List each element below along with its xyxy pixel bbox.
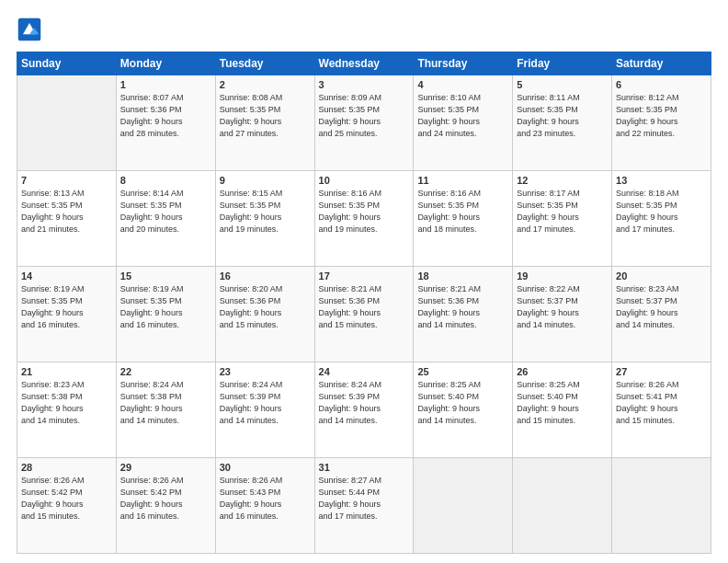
day-number: 20 — [616, 270, 707, 282]
day-info: Sunrise: 8:25 AM Sunset: 5:40 PM Dayligh… — [517, 379, 608, 427]
calendar-cell: 11Sunrise: 8:16 AM Sunset: 5:35 PM Dayli… — [414, 171, 513, 267]
logo-icon — [17, 17, 42, 42]
day-number: 5 — [517, 79, 608, 90]
calendar-cell: 29Sunrise: 8:26 AM Sunset: 5:42 PM Dayli… — [116, 458, 215, 554]
calendar-cell: 12Sunrise: 8:17 AM Sunset: 5:35 PM Dayli… — [513, 171, 612, 267]
calendar-table: SundayMondayTuesdayWednesdayThursdayFrid… — [17, 52, 711, 554]
day-info: Sunrise: 8:27 AM Sunset: 5:44 PM Dayligh… — [319, 475, 410, 523]
day-number: 28 — [21, 462, 112, 473]
day-number: 13 — [616, 175, 707, 186]
calendar-cell: 8Sunrise: 8:14 AM Sunset: 5:35 PM Daylig… — [116, 171, 215, 267]
day-number: 8 — [120, 175, 211, 186]
day-info: Sunrise: 8:25 AM Sunset: 5:40 PM Dayligh… — [417, 379, 508, 427]
day-info: Sunrise: 8:19 AM Sunset: 5:35 PM Dayligh… — [120, 283, 211, 331]
calendar-cell: 10Sunrise: 8:16 AM Sunset: 5:35 PM Dayli… — [314, 171, 414, 267]
calendar-cell: 21Sunrise: 8:23 AM Sunset: 5:38 PM Dayli… — [17, 362, 117, 458]
day-number: 11 — [417, 175, 508, 186]
calendar-week-row: 28Sunrise: 8:26 AM Sunset: 5:42 PM Dayli… — [17, 458, 711, 554]
weekday-row: SundayMondayTuesdayWednesdayThursdayFrid… — [17, 52, 711, 75]
logo — [17, 17, 46, 42]
day-info: Sunrise: 8:17 AM Sunset: 5:35 PM Dayligh… — [517, 188, 608, 236]
day-info: Sunrise: 8:10 AM Sunset: 5:35 PM Dayligh… — [417, 92, 508, 140]
day-info: Sunrise: 8:23 AM Sunset: 5:38 PM Dayligh… — [21, 379, 112, 427]
calendar-cell: 1Sunrise: 8:07 AM Sunset: 5:36 PM Daylig… — [116, 75, 215, 171]
day-info: Sunrise: 8:21 AM Sunset: 5:36 PM Dayligh… — [417, 283, 508, 331]
day-number: 6 — [616, 79, 707, 90]
calendar-cell: 2Sunrise: 8:08 AM Sunset: 5:35 PM Daylig… — [215, 75, 314, 171]
day-info: Sunrise: 8:23 AM Sunset: 5:37 PM Dayligh… — [616, 283, 707, 331]
day-number: 31 — [319, 462, 410, 473]
calendar-cell: 4Sunrise: 8:10 AM Sunset: 5:35 PM Daylig… — [414, 75, 513, 171]
calendar-cell: 30Sunrise: 8:26 AM Sunset: 5:43 PM Dayli… — [215, 458, 314, 554]
day-number: 15 — [120, 270, 211, 282]
day-number: 16 — [220, 270, 311, 282]
weekday-header: Thursday — [414, 52, 513, 75]
calendar-cell: 24Sunrise: 8:24 AM Sunset: 5:39 PM Dayli… — [314, 362, 414, 458]
day-info: Sunrise: 8:19 AM Sunset: 5:35 PM Dayligh… — [21, 283, 112, 331]
day-number: 7 — [21, 175, 112, 186]
calendar-body: 1Sunrise: 8:07 AM Sunset: 5:36 PM Daylig… — [17, 75, 711, 554]
day-info: Sunrise: 8:20 AM Sunset: 5:36 PM Dayligh… — [220, 283, 311, 331]
day-info: Sunrise: 8:12 AM Sunset: 5:35 PM Dayligh… — [616, 92, 707, 140]
calendar-cell — [414, 458, 513, 554]
calendar-week-row: 14Sunrise: 8:19 AM Sunset: 5:35 PM Dayli… — [17, 267, 711, 362]
calendar-cell: 28Sunrise: 8:26 AM Sunset: 5:42 PM Dayli… — [17, 458, 117, 554]
day-number: 25 — [417, 366, 508, 377]
calendar-week-row: 21Sunrise: 8:23 AM Sunset: 5:38 PM Dayli… — [17, 362, 711, 458]
calendar-cell: 20Sunrise: 8:23 AM Sunset: 5:37 PM Dayli… — [612, 267, 711, 362]
calendar-cell: 31Sunrise: 8:27 AM Sunset: 5:44 PM Dayli… — [314, 458, 414, 554]
calendar-cell: 16Sunrise: 8:20 AM Sunset: 5:36 PM Dayli… — [215, 267, 314, 362]
day-info: Sunrise: 8:18 AM Sunset: 5:35 PM Dayligh… — [616, 188, 707, 236]
day-info: Sunrise: 8:24 AM Sunset: 5:38 PM Dayligh… — [120, 379, 211, 427]
weekday-header: Saturday — [612, 52, 711, 75]
day-info: Sunrise: 8:26 AM Sunset: 5:43 PM Dayligh… — [220, 475, 311, 523]
day-info: Sunrise: 8:11 AM Sunset: 5:35 PM Dayligh… — [517, 92, 608, 140]
calendar-week-row: 1Sunrise: 8:07 AM Sunset: 5:36 PM Daylig… — [17, 75, 711, 171]
weekday-header: Monday — [116, 52, 215, 75]
day-number: 4 — [417, 79, 508, 90]
calendar-header: SundayMondayTuesdayWednesdayThursdayFrid… — [17, 52, 711, 75]
day-info: Sunrise: 8:09 AM Sunset: 5:35 PM Dayligh… — [319, 92, 410, 140]
day-info: Sunrise: 8:14 AM Sunset: 5:35 PM Dayligh… — [120, 188, 211, 236]
calendar-cell — [513, 458, 612, 554]
calendar-cell — [17, 75, 117, 171]
calendar-cell: 27Sunrise: 8:26 AM Sunset: 5:41 PM Dayli… — [612, 362, 711, 458]
weekday-header: Wednesday — [314, 52, 414, 75]
day-number: 2 — [220, 79, 311, 90]
day-number: 29 — [120, 462, 211, 473]
page: SundayMondayTuesdayWednesdayThursdayFrid… — [0, 0, 728, 563]
day-number: 17 — [319, 270, 410, 282]
calendar-cell: 15Sunrise: 8:19 AM Sunset: 5:35 PM Dayli… — [116, 267, 215, 362]
day-info: Sunrise: 8:07 AM Sunset: 5:36 PM Dayligh… — [120, 92, 211, 140]
weekday-header: Tuesday — [215, 52, 314, 75]
day-info: Sunrise: 8:24 AM Sunset: 5:39 PM Dayligh… — [319, 379, 410, 427]
day-number: 21 — [21, 366, 112, 377]
day-info: Sunrise: 8:08 AM Sunset: 5:35 PM Dayligh… — [220, 92, 311, 140]
calendar-cell: 25Sunrise: 8:25 AM Sunset: 5:40 PM Dayli… — [414, 362, 513, 458]
calendar-cell: 22Sunrise: 8:24 AM Sunset: 5:38 PM Dayli… — [116, 362, 215, 458]
day-number: 24 — [319, 366, 410, 377]
calendar-cell: 3Sunrise: 8:09 AM Sunset: 5:35 PM Daylig… — [314, 75, 414, 171]
header — [17, 17, 711, 42]
calendar-cell: 23Sunrise: 8:24 AM Sunset: 5:39 PM Dayli… — [215, 362, 314, 458]
calendar-cell — [612, 458, 711, 554]
calendar-cell: 18Sunrise: 8:21 AM Sunset: 5:36 PM Dayli… — [414, 267, 513, 362]
day-info: Sunrise: 8:15 AM Sunset: 5:35 PM Dayligh… — [220, 188, 311, 236]
day-number: 9 — [220, 175, 311, 186]
day-number: 10 — [319, 175, 410, 186]
calendar-week-row: 7Sunrise: 8:13 AM Sunset: 5:35 PM Daylig… — [17, 171, 711, 267]
day-number: 12 — [517, 175, 608, 186]
calendar-cell: 6Sunrise: 8:12 AM Sunset: 5:35 PM Daylig… — [612, 75, 711, 171]
calendar-cell: 17Sunrise: 8:21 AM Sunset: 5:36 PM Dayli… — [314, 267, 414, 362]
day-info: Sunrise: 8:16 AM Sunset: 5:35 PM Dayligh… — [319, 188, 410, 236]
day-number: 18 — [417, 270, 508, 282]
calendar-cell: 13Sunrise: 8:18 AM Sunset: 5:35 PM Dayli… — [612, 171, 711, 267]
day-number: 1 — [120, 79, 211, 90]
weekday-header: Sunday — [17, 52, 117, 75]
calendar-cell: 5Sunrise: 8:11 AM Sunset: 5:35 PM Daylig… — [513, 75, 612, 171]
calendar-cell: 26Sunrise: 8:25 AM Sunset: 5:40 PM Dayli… — [513, 362, 612, 458]
day-info: Sunrise: 8:24 AM Sunset: 5:39 PM Dayligh… — [220, 379, 311, 427]
weekday-header: Friday — [513, 52, 612, 75]
day-info: Sunrise: 8:26 AM Sunset: 5:41 PM Dayligh… — [616, 379, 707, 427]
day-number: 22 — [120, 366, 211, 377]
